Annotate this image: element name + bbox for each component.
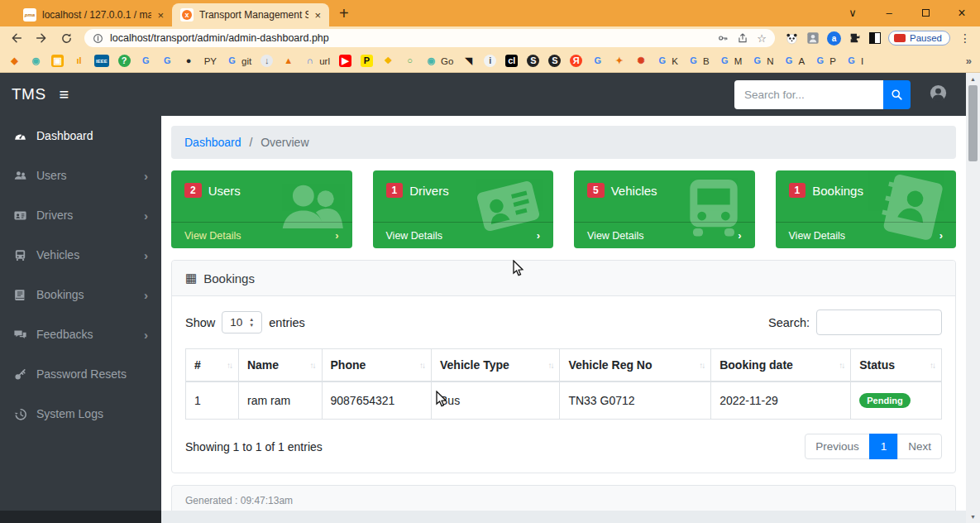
- panda-extension-icon[interactable]: [785, 31, 799, 46]
- breadcrumb-dashboard-link[interactable]: Dashboard: [184, 136, 241, 149]
- bookmark-item[interactable]: ◆: [8, 55, 21, 67]
- new-tab-button[interactable]: +: [339, 4, 349, 23]
- tab-close-icon[interactable]: ×: [157, 9, 164, 22]
- window-menu-chevron-icon[interactable]: ∨: [834, 0, 871, 26]
- brand-logo[interactable]: TMS: [12, 85, 46, 103]
- bookings-view-details-link[interactable]: View Details ›: [776, 222, 957, 248]
- bookmark-item[interactable]: GI: [845, 55, 863, 67]
- scroll-down-icon[interactable]: ▼: [970, 511, 976, 523]
- user-avatar-icon[interactable]: [929, 84, 948, 106]
- bookmark-item[interactable]: GB: [687, 55, 710, 67]
- bookmark-item[interactable]: GP: [814, 55, 836, 67]
- bookmark-item[interactable]: P: [361, 55, 373, 67]
- sidebar-item-vehicles[interactable]: Vehicles ›: [0, 235, 161, 275]
- bookmark-item[interactable]: GA: [783, 55, 806, 67]
- window-close-icon[interactable]: ×: [944, 0, 980, 26]
- bookmark-item[interactable]: ○: [404, 55, 416, 67]
- bookmark-item[interactable]: ▲: [282, 55, 294, 67]
- drivers-view-details-link[interactable]: View Details ›: [373, 222, 554, 248]
- a-extension-icon[interactable]: a: [827, 31, 841, 46]
- search-input[interactable]: [734, 80, 883, 109]
- sidebar-item-bookings[interactable]: Bookings ›: [0, 275, 161, 314]
- bookmark-item[interactable]: ▶: [339, 55, 351, 67]
- bookmark-item[interactable]: ◥: [462, 55, 475, 67]
- bookmarks-overflow-icon[interactable]: »: [966, 55, 972, 67]
- bookmark-item[interactable]: ◉Go: [425, 55, 453, 67]
- back-icon[interactable]: [7, 28, 26, 48]
- sidebar-item-dashboard[interactable]: Dashboard: [0, 116, 161, 156]
- sidebar-item-system-logs[interactable]: System Logs: [0, 394, 161, 434]
- address-bar[interactable]: localhost/transport/admin/admin-dashboar…: [84, 29, 775, 47]
- window-minimize-icon[interactable]: –: [871, 0, 907, 26]
- bookmark-item[interactable]: GM: [719, 55, 743, 67]
- bookmark-item[interactable]: ◉: [30, 55, 42, 67]
- column-header-vehicle-type[interactable]: Vehicle Type↑↓: [432, 349, 560, 382]
- bookmark-item[interactable]: GN: [751, 55, 773, 67]
- bookmark-item[interactable]: ?: [118, 55, 131, 67]
- sort-icon: ↑↓: [930, 361, 935, 370]
- scroll-up-icon[interactable]: ▲: [970, 73, 976, 85]
- browser-menu-icon[interactable]: ⋮: [959, 31, 972, 45]
- bookmark-item[interactable]: i: [484, 55, 496, 67]
- bookmark-item[interactable]: ∩url: [304, 55, 330, 67]
- share-icon[interactable]: [737, 32, 748, 44]
- bookmark-item[interactable]: G: [161, 55, 174, 67]
- sidebar-item-users[interactable]: Users ›: [0, 156, 161, 195]
- site-info-icon[interactable]: [93, 33, 103, 44]
- vehicles-view-details-link[interactable]: View Details ›: [574, 222, 755, 248]
- bookmark-item[interactable]: Я: [570, 55, 582, 67]
- vertical-scrollbar[interactable]: ▲ ▼: [966, 73, 980, 523]
- sidebar-item-password-resets[interactable]: Password Resets: [0, 354, 161, 394]
- column-header-phone[interactable]: Phone↑↓: [322, 349, 432, 382]
- page-size-select[interactable]: 10 ▲▼: [222, 311, 262, 333]
- bookmark-item[interactable]: PY: [204, 56, 217, 66]
- tab-close-icon[interactable]: ×: [314, 9, 321, 22]
- bookmark-item[interactable]: ▣: [51, 55, 64, 67]
- bookmark-item[interactable]: IEEE: [94, 55, 109, 67]
- drivers-stat-card[interactable]: 1 Drivers View Details ›: [373, 170, 554, 248]
- column-header-reg-no[interactable]: Vehicle Reg No↑↓: [560, 349, 711, 382]
- bookmark-item[interactable]: ●: [183, 55, 195, 67]
- bookmark-item[interactable]: GK: [656, 55, 678, 67]
- scrollbar-thumb[interactable]: [968, 85, 978, 161]
- column-header-num[interactable]: #↑↓: [186, 349, 239, 382]
- bookmark-item[interactable]: S: [527, 55, 539, 67]
- sidebar-toggle-icon[interactable]: ≡: [60, 85, 69, 104]
- previous-page-button[interactable]: Previous: [805, 434, 870, 459]
- address-url[interactable]: localhost/transport/admin/admin-dashboar…: [110, 32, 710, 44]
- sidebar-item-feedbacks[interactable]: Feedbacks ›: [0, 314, 161, 354]
- bookmark-item[interactable]: G: [591, 55, 604, 67]
- bookmark-item[interactable]: ↓: [261, 55, 273, 67]
- forward-icon[interactable]: [31, 28, 51, 48]
- bookmark-item[interactable]: ıl: [73, 55, 85, 67]
- bookmark-item[interactable]: Ggit: [226, 55, 251, 67]
- bookmark-item[interactable]: ✺: [634, 55, 647, 67]
- window-maximize-icon[interactable]: [907, 0, 944, 26]
- page-1-button[interactable]: 1: [869, 434, 899, 459]
- bookmark-item[interactable]: ✦: [613, 55, 625, 67]
- dark-mode-extension-icon[interactable]: [869, 32, 881, 44]
- reload-icon[interactable]: [56, 28, 76, 48]
- password-key-icon[interactable]: [717, 32, 729, 44]
- column-header-booking-date[interactable]: Booking date↑↓: [711, 349, 851, 382]
- paused-extension-button[interactable]: Paused: [888, 31, 950, 46]
- users-view-details-link[interactable]: View Details ›: [171, 222, 352, 248]
- column-header-status[interactable]: Status↑↓: [851, 349, 942, 382]
- table-search-input[interactable]: [816, 309, 942, 335]
- next-page-button[interactable]: Next: [897, 434, 942, 459]
- browser-tab-phpmyadmin[interactable]: pma localhost / 127.0.0.1 / martdevelo ×: [15, 3, 172, 26]
- bookmark-item[interactable]: cl: [505, 55, 518, 67]
- search-button[interactable]: [883, 80, 911, 109]
- bookmark-star-icon[interactable]: ☆: [757, 32, 767, 45]
- vehicles-stat-card[interactable]: 5 Vehicles View Details ›: [574, 170, 755, 248]
- column-header-name[interactable]: Name↑↓: [238, 349, 322, 382]
- profile-extension-icon[interactable]: [806, 31, 820, 45]
- extensions-puzzle-icon[interactable]: [849, 31, 862, 45]
- bookmark-item[interactable]: ❖: [382, 55, 394, 67]
- users-stat-card[interactable]: 2 Users View Details ›: [171, 170, 352, 248]
- bookmark-item[interactable]: S: [548, 55, 561, 67]
- bookings-stat-card[interactable]: 1 Bookings View Details ›: [776, 170, 957, 248]
- browser-tab-tms[interactable]: x Transport Management System - ×: [172, 3, 329, 26]
- bookmark-item[interactable]: G: [140, 55, 152, 67]
- sidebar-item-drivers[interactable]: Drivers ›: [0, 195, 161, 235]
